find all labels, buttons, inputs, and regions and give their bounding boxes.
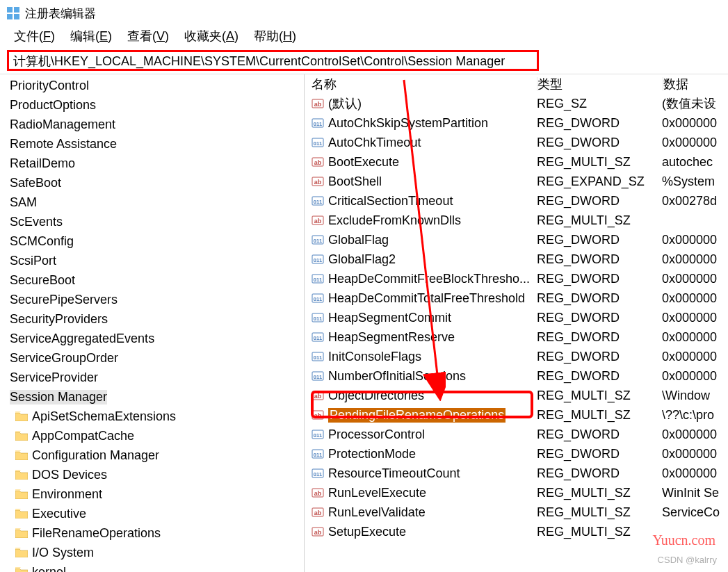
tree-item[interactable]: ProductOptions <box>0 95 304 115</box>
value-name: CriticalSectionTimeout <box>328 194 453 209</box>
value-name: GlobalFlag <box>328 233 389 247</box>
tree-item[interactable]: SafeBoot <box>0 173 304 193</box>
value-row[interactable]: abExcludeFromKnownDllsREG_MULTI_SZ <box>305 211 728 230</box>
dword-value-icon: 011 <box>312 428 324 441</box>
tree-item[interactable]: ScEvents <box>0 212 304 231</box>
tree-item[interactable]: SecurePipeServers <box>0 290 304 309</box>
tree-pane[interactable]: PriorityControlProductOptionsRadioManage… <box>0 74 305 572</box>
tree-item[interactable]: PriorityControl <box>0 76 304 95</box>
value-row[interactable]: abBootShellREG_EXPAND_SZ%System <box>305 172 728 191</box>
value-data: 0x000000 <box>662 233 728 247</box>
tree-item[interactable]: ApiSetSchemaExtensions <box>0 407 304 426</box>
menu-view[interactable]: 查看(V) <box>120 26 177 46</box>
tree-item[interactable]: ScsiPort <box>0 251 304 270</box>
menu-file[interactable]: 文件(F) <box>7 26 63 46</box>
menu-help[interactable]: 帮助(H) <box>247 26 305 46</box>
tree-item[interactable]: I/O System <box>0 543 304 562</box>
tree-item[interactable]: ServiceGroupOrder <box>0 348 304 368</box>
value-type: REG_DWORD <box>537 466 662 481</box>
value-row[interactable]: 011AutoChkTimeoutREG_DWORD0x000000 <box>305 133 728 152</box>
tree-item-label: I/O System <box>32 546 94 560</box>
svg-rect-0 <box>7 7 13 13</box>
value-row[interactable]: abBootExecuteREG_MULTI_SZautochec <box>305 152 728 172</box>
svg-text:011: 011 <box>314 277 323 283</box>
tree-item-label: PriorityControl <box>10 79 89 93</box>
tree-item[interactable]: Environment <box>0 484 304 504</box>
value-type: REG_MULTI_SZ <box>537 213 662 228</box>
value-type: REG_DWORD <box>537 427 662 442</box>
value-row[interactable]: 011AutoChkSkipSystemPartitionREG_DWORD0x… <box>305 113 728 133</box>
value-row[interactable]: 011ProcessorControlREG_DWORD0x000000 <box>305 425 728 444</box>
value-row[interactable]: 011GlobalFlag2REG_DWORD0x000000 <box>305 250 728 269</box>
value-type: REG_DWORD <box>537 136 662 150</box>
value-row[interactable]: 011HeapSegmentCommitREG_DWORD0x000000 <box>305 308 728 327</box>
tree-item[interactable]: SecureBoot <box>0 270 304 290</box>
tree-item[interactable]: ServiceProvider <box>0 368 304 387</box>
tree-item[interactable]: Remote Assistance <box>0 134 304 154</box>
tree-item[interactable]: RetailDemo <box>0 154 304 173</box>
tree-item[interactable]: AppCompatCache <box>0 426 304 446</box>
header-name[interactable]: 名称 <box>305 76 537 92</box>
value-type: REG_DWORD <box>537 369 662 384</box>
value-row[interactable]: 011NumberOfInitialSessionsREG_DWORD0x000… <box>305 366 728 386</box>
value-row[interactable]: 011InitConsoleFlagsREG_DWORD0x000000 <box>305 347 728 366</box>
value-row[interactable]: 011CriticalSectionTimeoutREG_DWORD0x0027… <box>305 191 728 211</box>
tree-item[interactable]: SecurityProviders <box>0 309 304 329</box>
value-name: ProtectionMode <box>328 447 416 461</box>
tree-item[interactable]: kernel <box>0 562 304 572</box>
value-row[interactable]: 011GlobalFlagREG_DWORD0x000000 <box>305 230 728 250</box>
tree-item[interactable]: FileRenameOperations <box>0 523 304 543</box>
tree-item-label: ApiSetSchemaExtensions <box>32 409 176 424</box>
tree-item[interactable]: SCMConfig <box>0 231 304 251</box>
svg-text:ab: ab <box>314 529 322 536</box>
value-row[interactable]: 011ResourceTimeoutCountREG_DWORD0x000000 <box>305 464 728 483</box>
tree-item[interactable]: Executive <box>0 504 304 523</box>
tree-item[interactable]: ServiceAggregatedEvents <box>0 329 304 348</box>
value-row[interactable]: 011HeapDeCommitTotalFreeThresholdREG_DWO… <box>305 288 728 308</box>
svg-text:011: 011 <box>314 452 323 458</box>
tree-item[interactable]: Configuration Manager <box>0 446 304 465</box>
value-type: REG_DWORD <box>537 194 662 209</box>
tree-item-label: Environment <box>32 487 102 502</box>
tree-item-label: DOS Devices <box>32 468 107 482</box>
value-row[interactable]: abPendingFileRenameOperationsREG_MULTI_S… <box>305 405 728 425</box>
value-name: ProcessorControl <box>328 427 425 442</box>
value-row[interactable]: abRunLevelExecuteREG_MULTI_SZWinInit Se <box>305 483 728 502</box>
svg-text:011: 011 <box>314 374 323 380</box>
menu-favorites[interactable]: 收藏夹(A) <box>177 26 247 46</box>
value-name: InitConsoleFlags <box>328 350 421 364</box>
tree-item[interactable]: DOS Devices <box>0 465 304 484</box>
dword-value-icon: 011 <box>312 331 324 343</box>
folder-icon <box>15 411 28 421</box>
address-input[interactable]: 计算机\HKEY_LOCAL_MACHINE\SYSTEM\CurrentCon… <box>7 50 539 71</box>
value-row[interactable]: 011HeapSegmentReserveREG_DWORD0x000000 <box>305 327 728 347</box>
value-data: 0x000000 <box>662 311 728 325</box>
value-type: REG_DWORD <box>537 233 662 247</box>
menu-edit[interactable]: 编辑(E) <box>63 26 120 46</box>
tree-item-label: kernel <box>32 565 66 573</box>
dword-value-icon: 011 <box>312 467 324 480</box>
value-row[interactable]: abObjectDirectoriesREG_MULTI_SZ\Window <box>305 386 728 405</box>
tree-item-label: ServiceAggregatedEvents <box>10 332 154 346</box>
value-row[interactable]: abRunLevelValidateREG_MULTI_SZServiceCo <box>305 502 728 522</box>
tree-item[interactable]: Session Manager <box>0 387 304 407</box>
folder-icon <box>15 450 28 460</box>
values-pane[interactable]: 名称 类型 数据 ab(默认)REG_SZ(数值未设011AutoChkSkip… <box>305 74 728 572</box>
value-name: SetupExecute <box>328 525 406 539</box>
value-name: PendingFileRenameOperations <box>328 408 505 423</box>
svg-text:011: 011 <box>314 335 323 341</box>
svg-text:011: 011 <box>314 432 323 439</box>
dword-value-icon: 011 <box>312 448 324 460</box>
value-row[interactable]: 011ProtectionModeREG_DWORD0x000000 <box>305 444 728 464</box>
value-data: \Window <box>662 389 728 403</box>
dword-value-icon: 011 <box>312 350 324 363</box>
tree-item[interactable]: RadioManagement <box>0 115 304 134</box>
header-type[interactable]: 类型 <box>537 76 663 92</box>
tree-item[interactable]: SAM <box>0 193 304 212</box>
svg-text:ab: ab <box>314 393 322 400</box>
value-data: 0x000000 <box>662 252 728 267</box>
string-value-icon: ab <box>312 487 324 499</box>
value-row[interactable]: ab(默认)REG_SZ(数值未设 <box>305 94 728 113</box>
value-row[interactable]: 011HeapDeCommitFreeBlockThresho...REG_DW… <box>305 269 728 288</box>
header-data[interactable]: 数据 <box>663 76 728 92</box>
